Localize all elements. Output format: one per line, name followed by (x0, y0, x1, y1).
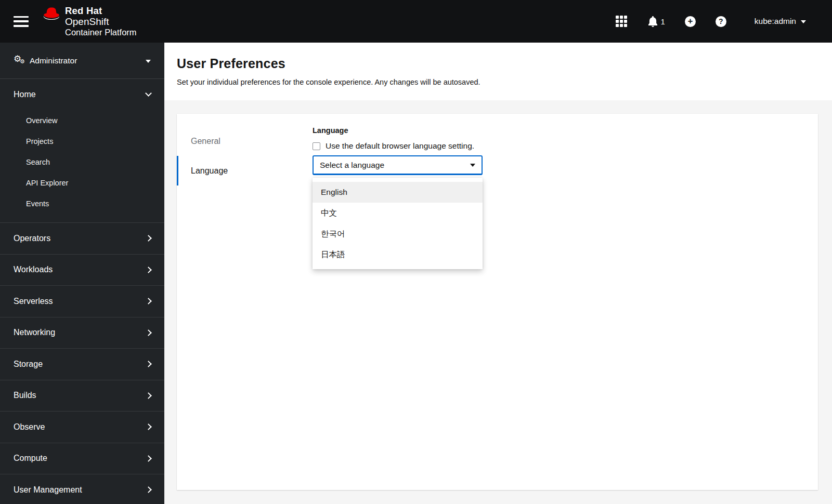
perspective-label: Administrator (30, 56, 77, 65)
notification-drawer-toggle[interactable]: 1 (648, 16, 665, 27)
nav-toggle-hamburger-icon[interactable] (14, 16, 29, 27)
username-label: kube:admin (755, 17, 796, 26)
brand-line-redhat: Red Hat (65, 6, 137, 17)
language-select-value: Select a language (320, 161, 384, 170)
caret-down-icon (801, 20, 806, 23)
language-field-label: Language (313, 126, 818, 135)
sidebar-item-events[interactable]: Events (0, 193, 164, 214)
sidebar-item-overview[interactable]: Overview (0, 110, 164, 131)
language-select-toggle[interactable]: Select a language (313, 155, 483, 175)
language-option-chinese[interactable]: 中文 (313, 203, 483, 223)
sidebar-item-user-management[interactable]: User Management (0, 474, 164, 504)
caret-down-icon (470, 164, 475, 167)
home-label: Home (14, 90, 36, 99)
brand-logo[interactable]: Red Hat OpenShift Container Platform (42, 6, 137, 37)
default-language-checkbox[interactable] (313, 142, 320, 150)
quick-create-button[interactable]: + (685, 16, 696, 27)
perspective-switcher[interactable]: ⚙⚙ Administrator (0, 43, 164, 79)
page-title: User Preferences (177, 56, 820, 71)
help-menu-button[interactable]: ? (716, 16, 726, 27)
default-language-checkbox-label[interactable]: Use the default browser language setting… (326, 141, 474, 151)
section-label: Observe (14, 422, 45, 432)
chevron-right-icon (145, 298, 152, 304)
sidebar-item-home[interactable]: Home (0, 79, 164, 110)
chevron-right-icon (145, 329, 152, 336)
cogs-icon: ⚙⚙ (14, 55, 27, 67)
section-label: User Management (14, 485, 82, 495)
brand-line-platform: Container Platform (65, 28, 137, 37)
sidebar-item-workloads[interactable]: Workloads (0, 254, 164, 286)
chevron-right-icon (145, 361, 152, 367)
language-option-korean[interactable]: 한국어 (313, 223, 483, 244)
language-option-japanese[interactable]: 日本語 (313, 244, 483, 265)
language-pane: Language Use the default browser languag… (313, 114, 818, 490)
question-circle-icon: ? (719, 18, 723, 25)
notification-count-badge: 1 (661, 17, 665, 26)
section-label: Storage (14, 360, 43, 369)
masthead: Red Hat OpenShift Container Platform 1 +… (0, 0, 832, 43)
chevron-right-icon (145, 392, 152, 399)
chevron-right-icon (145, 235, 152, 242)
section-label: Serverless (14, 297, 53, 306)
sidebar-item-projects[interactable]: Projects (0, 131, 164, 152)
plus-circle-icon: + (687, 17, 693, 25)
tab-general[interactable]: General (177, 126, 313, 156)
sidebar-item-api-explorer[interactable]: API Explorer (0, 173, 164, 193)
brand-line-openshift: OpenShift (65, 16, 137, 27)
app-launcher-icon[interactable] (616, 16, 627, 27)
sidebar-item-operators[interactable]: Operators (0, 222, 164, 254)
home-subnav: Overview Projects Search API Explorer Ev… (0, 110, 164, 222)
page-header: User Preferences Set your individual pre… (164, 43, 832, 100)
section-label: Builds (14, 391, 36, 400)
sidebar-item-storage[interactable]: Storage (0, 348, 164, 380)
sidebar-item-networking[interactable]: Networking (0, 317, 164, 349)
section-label: Workloads (14, 265, 53, 274)
section-label: Operators (14, 234, 50, 243)
chevron-down-icon (145, 90, 152, 97)
nav-group-home: Home Overview Projects Search API Explor… (0, 79, 164, 222)
chevron-right-icon (145, 423, 152, 430)
preference-tabs: General Language (177, 114, 313, 490)
redhat-hat-icon (42, 7, 61, 21)
user-preferences-card: General Language Language Use the defaul… (177, 114, 818, 490)
sidebar-item-builds[interactable]: Builds (0, 380, 164, 412)
sidebar-item-compute[interactable]: Compute (0, 443, 164, 474)
tab-language[interactable]: Language (177, 156, 313, 185)
page-subtitle: Set your individual preferences for the … (177, 78, 820, 86)
caret-down-icon (146, 60, 151, 63)
main-content: User Preferences Set your individual pre… (164, 43, 832, 504)
sidebar-item-observe[interactable]: Observe (0, 411, 164, 443)
language-option-english[interactable]: English (313, 182, 483, 203)
user-menu[interactable]: kube:admin (755, 17, 806, 26)
bell-icon (648, 16, 658, 27)
sidebar-item-search[interactable]: Search (0, 152, 164, 173)
masthead-toolbar: 1 + ? kube:admin (616, 16, 832, 27)
brand-text: Red Hat OpenShift Container Platform (65, 6, 137, 37)
language-select-menu: English 中文 한국어 日本語 (313, 178, 483, 269)
chevron-right-icon (145, 267, 152, 273)
chevron-right-icon (145, 486, 152, 493)
sidebar-nav: ⚙⚙ Administrator Home Overview Projects … (0, 43, 164, 504)
section-label: Compute (14, 454, 47, 463)
section-label: Networking (14, 328, 55, 337)
chevron-right-icon (145, 455, 152, 462)
sidebar-item-serverless[interactable]: Serverless (0, 285, 164, 317)
default-language-checkbox-row: Use the default browser language setting… (313, 141, 818, 151)
